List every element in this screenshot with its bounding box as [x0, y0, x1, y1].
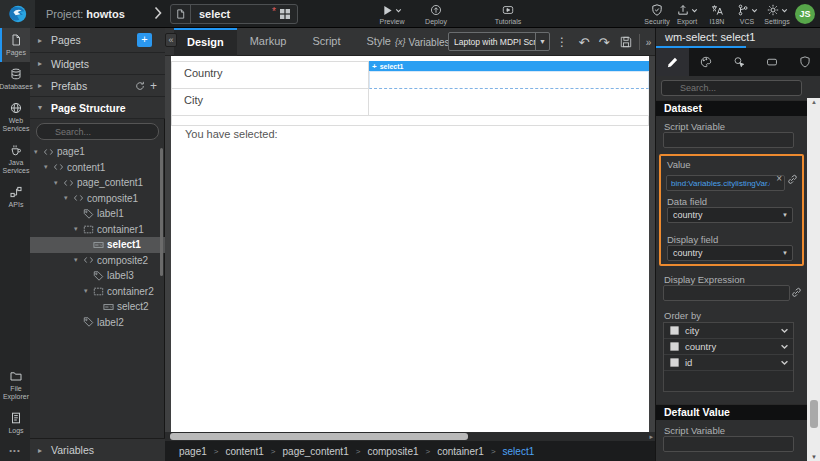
checkbox[interactable]: [670, 342, 679, 351]
tab-security[interactable]: [788, 48, 820, 76]
rail-item-file-explorer[interactable]: File Explorer: [0, 364, 30, 406]
rail-overflow-button[interactable]: •••: [0, 440, 30, 461]
add-page-button[interactable]: +: [137, 33, 152, 47]
breadcrumb-separator: >: [271, 447, 276, 456]
preview-button[interactable]: Preview: [370, 0, 414, 28]
form-footer-row[interactable]: [171, 116, 649, 126]
select1-widget-area[interactable]: [369, 71, 649, 89]
i18n-button[interactable]: I18N: [702, 0, 732, 28]
breadcrumb-item-select1[interactable]: select1: [503, 446, 535, 457]
tree-item-composite2[interactable]: ▾composite2: [30, 253, 165, 269]
display-field-select[interactable]: country ▼: [667, 245, 793, 261]
section-page-structure[interactable]: ▾ Page Structure: [30, 97, 165, 119]
tree-item-label3[interactable]: ▾label3: [30, 268, 165, 284]
wavemaker-logo[interactable]: [0, 0, 35, 28]
tab-styles[interactable]: [689, 48, 722, 76]
refresh-icon[interactable]: [135, 81, 145, 91]
horizontal-scrollbar-thumb[interactable]: [170, 433, 468, 440]
rail-item-pages[interactable]: Pages: [0, 28, 30, 62]
collapse-panel-button[interactable]: «: [165, 33, 177, 47]
orderby-row-id[interactable]: id: [664, 355, 793, 371]
tree-search-input[interactable]: [36, 123, 159, 140]
deploy-button[interactable]: Deploy: [414, 0, 458, 28]
settings-button[interactable]: Settings: [762, 0, 792, 28]
rail-item-apis[interactable]: APIs: [0, 180, 30, 214]
horizontal-scrollbar[interactable]: ▸: [165, 432, 655, 441]
redo-button[interactable]: ↷: [595, 28, 613, 56]
device-selector[interactable]: Laptop with MDPI Screen ▼: [448, 32, 550, 51]
label2-widget[interactable]: You have selected:: [185, 128, 278, 140]
tab-script[interactable]: Script: [299, 28, 353, 56]
scroll-up-icon[interactable]: ▲: [807, 99, 820, 105]
add-prefab-button[interactable]: +: [150, 81, 157, 91]
breadcrumb-item-content1[interactable]: content1: [225, 446, 263, 457]
tree-item-composite1[interactable]: ▾composite1: [30, 191, 165, 207]
orderby-row-country[interactable]: country: [664, 339, 793, 355]
bind-link-icon[interactable]: [790, 287, 803, 298]
country-label-cell[interactable]: Country: [171, 61, 369, 89]
select1-widget[interactable]: + select1: [369, 61, 649, 89]
checkbox[interactable]: [670, 358, 679, 367]
tree-item-content1[interactable]: ▾content1: [30, 160, 165, 176]
default-script-variable-input[interactable]: [663, 436, 794, 452]
section-variables[interactable]: ▸ Variables: [30, 438, 165, 461]
scroll-right-icon[interactable]: ▸: [649, 432, 653, 441]
user-avatar[interactable]: JS: [795, 4, 815, 24]
unsaved-marker: *: [272, 6, 276, 17]
vertical-scrollbar-thumb[interactable]: [810, 400, 818, 428]
tree-item-page_content1[interactable]: ▾page_content1: [30, 175, 165, 191]
tag-icon: [93, 270, 104, 282]
section-prefabs[interactable]: ▸ Prefabs +: [30, 75, 165, 97]
selected-widget-tag[interactable]: + select1: [369, 61, 649, 71]
tree-item-page1[interactable]: ▾page1: [30, 144, 165, 160]
save-button[interactable]: [617, 28, 635, 56]
chevron-double-right-icon[interactable]: »: [642, 28, 655, 56]
clear-binding-icon[interactable]: ×: [776, 173, 782, 184]
vcs-button[interactable]: VCS: [732, 0, 762, 28]
tab-markup[interactable]: Markup: [237, 28, 300, 56]
tab-design[interactable]: Design: [174, 28, 237, 56]
data-field-select[interactable]: country ▼: [667, 207, 793, 223]
display-expression-input[interactable]: [663, 285, 790, 301]
rail-item-java-services[interactable]: Java Services: [0, 138, 30, 180]
city-label-cell[interactable]: City: [171, 89, 369, 116]
tutorials-button[interactable]: Tutorials: [486, 0, 530, 28]
tree-scrollbar-thumb[interactable]: [160, 148, 163, 276]
design-canvas-page: Country + select1 City You have selected…: [171, 56, 649, 432]
tree-item-select1[interactable]: ▾select1: [30, 237, 165, 253]
rail-item-web-services[interactable]: Web Services: [0, 96, 30, 138]
tab-device[interactable]: [755, 48, 788, 76]
tab-events[interactable]: [722, 48, 755, 76]
scroll-down-icon[interactable]: ▼: [807, 454, 820, 460]
more-options-button[interactable]: ⋮: [555, 28, 569, 56]
select2-widget-area[interactable]: [369, 89, 649, 116]
script-variable-input[interactable]: [663, 132, 794, 148]
rail-item-databases[interactable]: Databases: [0, 62, 30, 96]
breadcrumb-item-container1[interactable]: container1: [437, 446, 484, 457]
orderby-row-city[interactable]: city: [664, 323, 793, 339]
breadcrumb-item-page1[interactable]: page1: [179, 446, 207, 457]
bind-link-icon[interactable]: [785, 174, 799, 185]
tree-item-select2[interactable]: ▾select2: [30, 299, 165, 315]
tree-item-label2[interactable]: ▾label2: [30, 315, 165, 331]
section-widgets[interactable]: ▸ Widgets: [30, 53, 165, 75]
section-pages[interactable]: ▸ Pages + «: [30, 28, 165, 53]
tree-item-container2[interactable]: ▾container2: [30, 284, 165, 300]
chevron-right-icon: ▸: [38, 446, 46, 455]
tree-item-label1[interactable]: ▾label1: [30, 206, 165, 222]
breadcrumb-item-page_content1[interactable]: page_content1: [283, 446, 349, 457]
tab-properties[interactable]: [656, 48, 689, 76]
page-selector[interactable]: select *: [170, 4, 298, 24]
checkbox[interactable]: [670, 326, 679, 335]
rail-item-logs[interactable]: Logs: [0, 406, 30, 440]
properties-search-input[interactable]: [661, 80, 802, 96]
vertical-scrollbar[interactable]: ▲ ▼: [807, 98, 820, 461]
events-icon: [733, 56, 745, 68]
security-button[interactable]: Security: [642, 0, 672, 28]
tree-item-container1[interactable]: ▾container1: [30, 222, 165, 238]
export-button[interactable]: Export: [672, 0, 702, 28]
toolbar-right-actions: SecurityExportI18NVCSSettingsJS: [642, 0, 818, 28]
value-input[interactable]: [666, 175, 785, 191]
undo-button[interactable]: ↶: [575, 28, 593, 56]
breadcrumb-item-composite1[interactable]: composite1: [367, 446, 418, 457]
